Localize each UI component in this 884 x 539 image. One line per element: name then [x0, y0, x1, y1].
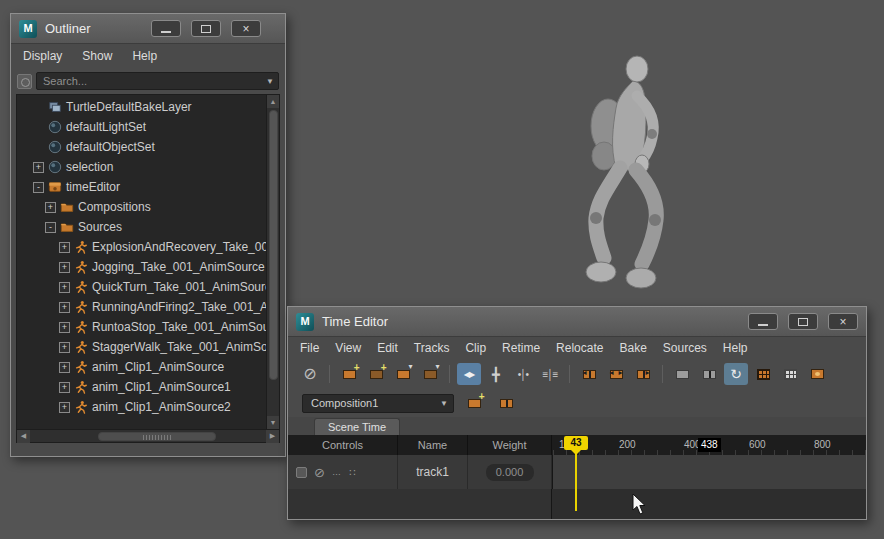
loop-clip-icon[interactable]: ↻	[724, 363, 748, 385]
horizontal-scroll-thumb[interactable]	[98, 432, 216, 441]
menu-show[interactable]: Show	[82, 49, 112, 63]
tree-item-compositions[interactable]: + Compositions	[17, 197, 279, 217]
playhead-line[interactable]	[575, 453, 577, 511]
expand-toggle[interactable]: +	[59, 342, 70, 353]
menu-bake[interactable]: Bake	[619, 341, 646, 355]
tree-item-bake-layer[interactable]: TurtleDefaultBakeLayer	[17, 97, 279, 117]
tree-item-label: QuickTurn_Take_001_AnimSource	[92, 280, 278, 294]
scroll-left-icon[interactable]: ◀	[17, 430, 30, 443]
maximize-button[interactable]	[788, 313, 818, 330]
scroll-right-icon[interactable]: ▶	[266, 430, 279, 443]
expand-toggle[interactable]: +	[33, 162, 44, 173]
minimize-button[interactable]	[151, 20, 181, 37]
create-clip-from-selection-icon[interactable]: +	[364, 363, 388, 385]
expand-toggle[interactable]: +	[45, 202, 56, 213]
tree-item-anim-source[interactable]: + anim_Clip1_AnimSource	[17, 357, 279, 377]
horizontal-scrollbar[interactable]: ◀ ▶	[16, 430, 280, 443]
mute-icon[interactable]: ⊘	[298, 363, 322, 385]
track-ghost-icon[interactable]: ∷	[349, 467, 355, 478]
menu-help[interactable]: Help	[132, 49, 157, 63]
tree-item-time-editor[interactable]: - timeEditor	[17, 177, 279, 197]
close-button[interactable]: ×	[828, 313, 858, 330]
expand-toggle[interactable]: +	[59, 262, 70, 273]
track-timeline-lane[interactable]	[552, 455, 866, 489]
menu-retime[interactable]: Retime	[502, 341, 540, 355]
tree-item-anim-source[interactable]: + anim_Clip1_AnimSource2	[17, 397, 279, 417]
scroll-up-icon[interactable]: ▲	[267, 95, 280, 108]
tree-item-default-light-set[interactable]: defaultLightSet	[17, 117, 279, 137]
frame-grid-icon[interactable]	[778, 363, 802, 385]
timeline-ruler[interactable]: 1 200 400 600 800 438	[553, 435, 866, 455]
tree-item-anim-source[interactable]: + ExplosionAndRecovery_Take_001_	[17, 237, 279, 257]
menu-display[interactable]: Display	[23, 49, 62, 63]
tree-item-anim-source[interactable]: + StaggerWalk_Take_001_AnimSour	[17, 337, 279, 357]
align-clips-icon[interactable]: ≡│≡	[538, 363, 562, 385]
expand-toggle[interactable]: +	[59, 242, 70, 253]
menu-tracks[interactable]: Tracks	[414, 341, 450, 355]
close-button[interactable]: ×	[231, 20, 261, 37]
export-clip-icon[interactable]: ▾	[391, 363, 415, 385]
outliner-titlebar[interactable]: M Outliner ×	[11, 14, 285, 44]
track-weight-cell: 0.000	[468, 455, 552, 489]
vertical-scrollbar[interactable]: ▲ ▼	[266, 95, 279, 429]
tree-item-selection[interactable]: + selection	[17, 157, 279, 177]
search-dropdown-icon[interactable]: ▼	[262, 77, 278, 86]
search-input[interactable]	[43, 75, 262, 87]
scale-grid-icon[interactable]	[751, 363, 775, 385]
filter-icon[interactable]	[17, 74, 32, 89]
menu-sources[interactable]: Sources	[663, 341, 707, 355]
snap-to-clip-icon[interactable]: •│•	[511, 363, 535, 385]
playhead-marker[interactable]: 43	[564, 436, 588, 450]
razor-split-icon[interactable]: ◀▶	[457, 363, 481, 385]
frame-marker-badge[interactable]: 438	[698, 438, 721, 452]
tree-item-anim-source[interactable]: + anim_Clip1_AnimSource1	[17, 377, 279, 397]
stack-compositions-icon[interactable]	[494, 392, 518, 414]
expand-toggle[interactable]: +	[59, 322, 70, 333]
expand-toggle[interactable]: -	[45, 222, 56, 233]
create-clip-icon[interactable]: +	[337, 363, 361, 385]
expand-toggle[interactable]: +	[59, 282, 70, 293]
expand-toggle[interactable]: -	[33, 182, 44, 193]
tree-item-anim-source[interactable]: + RunningAndFiring2_Take_001_An	[17, 297, 279, 317]
add-composition-icon[interactable]: +	[462, 392, 486, 414]
tree-item-anim-source[interactable]: + RuntoaStop_Take_001_AnimSourc	[17, 317, 279, 337]
expand-toggle[interactable]: +	[59, 302, 70, 313]
minimize-button[interactable]	[748, 313, 778, 330]
menu-help[interactable]: Help	[723, 341, 748, 355]
anim-source-icon	[74, 280, 88, 294]
menu-clip[interactable]: Clip	[465, 341, 486, 355]
tree-item-anim-source[interactable]: + QuickTurn_Take_001_AnimSource	[17, 277, 279, 297]
composition-dropdown[interactable]: Composition1 ▼	[302, 394, 454, 413]
ungroup-clips-icon[interactable]	[697, 363, 721, 385]
move-clips-icon[interactable]: ╋	[484, 363, 508, 385]
trim-start-icon[interactable]: ◂	[577, 363, 601, 385]
track-options-icon[interactable]: …	[332, 467, 342, 477]
timeline-empty-area[interactable]	[288, 489, 866, 519]
maximize-button[interactable]	[191, 20, 221, 37]
track-solo-icon[interactable]: ⊘	[314, 466, 325, 479]
tree-item-default-object-set[interactable]: defaultObjectSet	[17, 137, 279, 157]
expand-toggle[interactable]: +	[59, 402, 70, 413]
menu-relocate[interactable]: Relocate	[556, 341, 603, 355]
menu-view[interactable]: View	[335, 341, 361, 355]
time-editor-titlebar[interactable]: M Time Editor ×	[288, 307, 866, 337]
tree-item-anim-source[interactable]: + Jogging_Take_001_AnimSource	[17, 257, 279, 277]
expand-toggle[interactable]: +	[59, 382, 70, 393]
search-box[interactable]: ▼	[36, 72, 279, 90]
tree-item-sources[interactable]: - Sources	[17, 217, 279, 237]
trim-end-icon[interactable]: ▸	[631, 363, 655, 385]
track-mute-checkbox[interactable]	[296, 467, 307, 478]
scroll-down-icon[interactable]: ▼	[267, 416, 280, 429]
group-clips-icon[interactable]	[670, 363, 694, 385]
vertical-scroll-thumb[interactable]	[269, 110, 278, 380]
trim-both-icon[interactable]: ◂▸	[604, 363, 628, 385]
track-weight-field[interactable]: 0.000	[486, 464, 534, 481]
ghost-clip-icon[interactable]	[805, 363, 829, 385]
track-name-cell[interactable]: track1	[398, 455, 468, 489]
tab-scene-time[interactable]: Scene Time	[314, 418, 400, 435]
menu-edit[interactable]: Edit	[377, 341, 398, 355]
expand-toggle[interactable]: +	[59, 362, 70, 373]
expand-toggle	[33, 122, 44, 133]
import-clip-icon[interactable]: ▾	[418, 363, 442, 385]
menu-file[interactable]: File	[300, 341, 319, 355]
